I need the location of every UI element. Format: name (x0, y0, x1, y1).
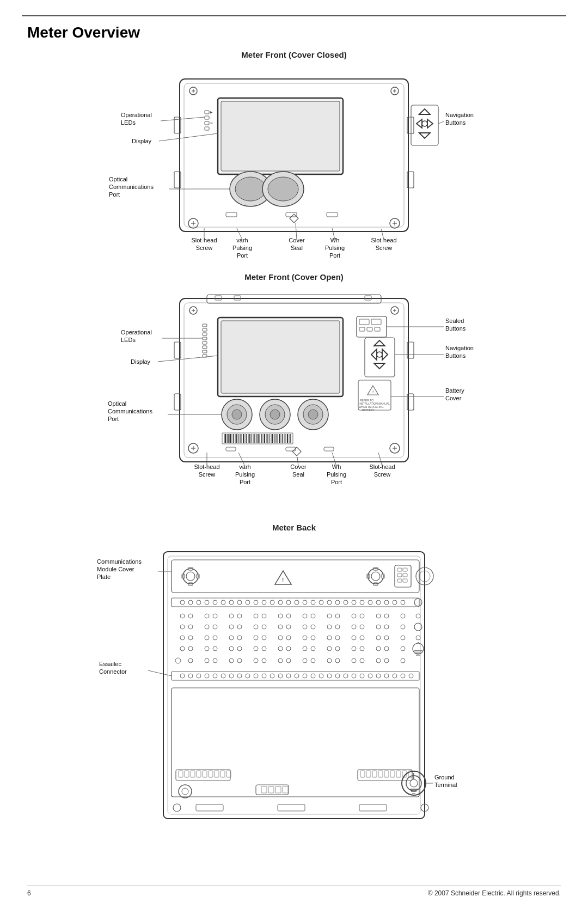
section1-block: Meter Front (Cover Closed) ▶ ↕ (0, 50, 588, 264)
svg-point-317 (384, 636, 389, 640)
svg-text:Seal: Seal (292, 471, 304, 478)
svg-text:Display: Display (131, 358, 151, 365)
svg-point-257 (393, 600, 397, 605)
svg-point-116 (308, 410, 318, 419)
svg-line-47 (438, 121, 444, 124)
svg-rect-91 (203, 350, 207, 353)
svg-point-356 (327, 658, 332, 663)
svg-text:▶: ▶ (210, 111, 213, 114)
svg-point-295 (360, 625, 364, 629)
svg-point-336 (376, 646, 381, 651)
meter-front-closed-diagram: ▶ ↕ ⊙ (98, 63, 490, 264)
svg-point-276 (376, 614, 381, 618)
svg-rect-396 (185, 771, 189, 777)
svg-text:LEDs: LEDs (121, 337, 136, 343)
svg-rect-430 (196, 804, 223, 811)
svg-point-354 (303, 658, 307, 663)
svg-rect-204 (163, 552, 425, 819)
svg-point-325 (237, 646, 242, 651)
svg-text:LEDs: LEDs (121, 119, 136, 126)
svg-point-350 (254, 658, 258, 663)
svg-point-277 (384, 614, 389, 618)
svg-point-321 (188, 646, 193, 651)
svg-point-238 (237, 600, 242, 605)
svg-rect-407 (372, 771, 377, 777)
svg-point-99 (377, 352, 382, 357)
svg-point-207 (183, 569, 198, 584)
svg-point-291 (311, 625, 315, 629)
svg-point-231 (180, 600, 185, 605)
svg-text:Port: Port (237, 252, 248, 259)
svg-rect-84 (221, 321, 340, 393)
svg-text:Navigation: Navigation (445, 345, 474, 351)
svg-point-312 (327, 636, 332, 640)
svg-rect-226 (397, 579, 402, 582)
svg-rect-404 (358, 770, 412, 780)
svg-text:Screw: Screw (199, 471, 216, 478)
svg-text:BATTERY: BATTERY (362, 408, 375, 412)
svg-point-23 (422, 121, 427, 126)
svg-point-240 (254, 600, 258, 605)
svg-text:!: ! (372, 390, 373, 394)
svg-point-319 (416, 636, 420, 640)
svg-text:Port: Port (109, 191, 120, 198)
svg-point-355 (311, 658, 315, 663)
svg-text:Pulsing: Pulsing (327, 471, 346, 478)
svg-point-370 (229, 674, 234, 678)
svg-point-262 (205, 614, 209, 618)
svg-point-243 (278, 600, 283, 605)
svg-rect-95 (371, 319, 381, 325)
svg-point-377 (286, 674, 291, 678)
svg-rect-161 (226, 447, 236, 451)
page-top-line (22, 15, 566, 16)
svg-line-439 (148, 670, 171, 676)
svg-point-275 (360, 614, 364, 618)
svg-rect-30 (286, 212, 297, 217)
svg-rect-417 (261, 786, 267, 793)
footer-page-number: 6 (27, 889, 31, 897)
page-title: Meter Overview (27, 24, 140, 41)
section2-title: Meter Front (Cover Open) (0, 272, 588, 282)
svg-point-232 (188, 600, 193, 605)
svg-point-300 (180, 636, 185, 640)
svg-point-374 (262, 674, 266, 678)
svg-line-38 (161, 117, 205, 121)
svg-point-113 (270, 410, 280, 419)
svg-text:↕: ↕ (210, 116, 212, 119)
svg-point-365 (188, 674, 193, 678)
svg-point-242 (270, 600, 274, 605)
svg-text:Optical: Optical (109, 176, 127, 182)
svg-point-334 (352, 646, 356, 651)
svg-rect-163 (324, 447, 334, 451)
svg-text:Operational: Operational (121, 329, 152, 335)
svg-text:Buttons: Buttons (445, 325, 466, 332)
svg-point-347 (213, 658, 217, 663)
svg-point-269 (286, 614, 291, 618)
svg-point-330 (303, 646, 307, 651)
svg-point-233 (197, 600, 201, 605)
svg-rect-24 (411, 105, 438, 145)
svg-rect-162 (286, 447, 296, 451)
svg-rect-87 (203, 333, 207, 335)
svg-text:Buttons: Buttons (445, 119, 466, 126)
svg-point-415 (182, 788, 188, 795)
svg-point-346 (205, 658, 209, 663)
svg-point-302 (205, 636, 209, 640)
svg-text:Cover: Cover (290, 463, 307, 470)
svg-point-359 (360, 658, 364, 663)
svg-rect-410 (390, 771, 395, 777)
svg-point-255 (376, 600, 381, 605)
svg-text:Terminal: Terminal (434, 782, 457, 788)
svg-point-288 (278, 625, 283, 629)
section3-title: Meter Back (0, 523, 588, 532)
svg-text:Communications: Communications (97, 558, 142, 565)
svg-point-323 (213, 646, 217, 651)
svg-point-331 (311, 646, 315, 651)
svg-point-292 (327, 625, 332, 629)
svg-rect-420 (283, 786, 288, 793)
svg-point-385 (352, 674, 356, 678)
svg-point-250 (335, 600, 340, 605)
svg-point-311 (311, 636, 315, 640)
svg-point-392 (409, 674, 413, 678)
svg-rect-397 (191, 771, 195, 777)
